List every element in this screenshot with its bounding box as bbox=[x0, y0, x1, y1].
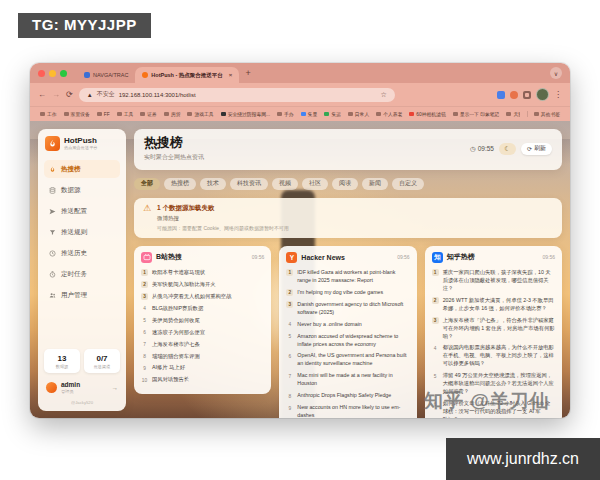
sidebar-item-label: 数据源 bbox=[61, 186, 81, 195]
hot-item[interactable]: 3Danish government agency to ditch Micro… bbox=[286, 301, 409, 317]
bookmark-item[interactable]: 家里设备 bbox=[64, 111, 90, 117]
other-bookmarks[interactable]: 其他书签 bbox=[527, 111, 560, 117]
hot-item[interactable]: 2美军快艇闯入加勒比海开火 bbox=[141, 281, 264, 289]
folder-icon bbox=[376, 112, 381, 116]
hot-card-2: YHacker News09:561IDF killed Gaza aid wo… bbox=[279, 246, 416, 418]
sidebar-item-4[interactable]: 推送规则 bbox=[44, 223, 120, 241]
hot-item[interactable]: 9New accounts on HN more likely to use e… bbox=[286, 404, 409, 418]
logout-icon[interactable]: → bbox=[112, 384, 119, 391]
hot-item[interactable]: 2I'm helping my dog vibe code games bbox=[286, 289, 409, 297]
bookmark-item[interactable]: 游戏工具 bbox=[187, 111, 213, 117]
bookmark-item[interactable]: 手办 bbox=[277, 111, 294, 117]
filter-tab-4[interactable]: 科技资讯 bbox=[230, 178, 268, 190]
back-button[interactable]: ← bbox=[38, 91, 46, 99]
user-name: admin bbox=[61, 381, 80, 389]
hot-item[interactable]: 7上海发布楼市沪七条 bbox=[141, 341, 264, 349]
filter-tab-5[interactable]: 视频 bbox=[272, 178, 298, 190]
browser-menu-icon[interactable]: ⋮ bbox=[554, 90, 562, 99]
hot-item-title: 国风对话预告长 bbox=[152, 376, 189, 384]
bookmark-item[interactable]: 安全绕过防报毒网... bbox=[221, 111, 270, 117]
bookmark-item[interactable]: 日常人 bbox=[348, 111, 369, 117]
bookmark-item[interactable]: 个人养老 bbox=[376, 111, 402, 117]
filter-tab-7[interactable]: 阅读 bbox=[332, 178, 358, 190]
hot-item[interactable]: 10国风对话预告长 bbox=[141, 376, 264, 384]
filter-tab-3[interactable]: 技术 bbox=[200, 178, 226, 190]
close-window-button[interactable] bbox=[38, 70, 45, 77]
extensions-puzzle-icon[interactable] bbox=[523, 91, 531, 99]
filter-tab-9[interactable]: 自定义 bbox=[392, 178, 424, 190]
hot-item-title: 上海发布楼市沪七条 bbox=[152, 341, 200, 349]
bookmark-label: 房贷 bbox=[171, 111, 181, 117]
hot-item[interactable]: 8瑞瑞的猫合资车评测 bbox=[141, 353, 264, 361]
hot-item[interactable]: 22026 WTT 新加坡大满贯，何卓佳 2-3 不敌早田希娜，止步女单 16 … bbox=[432, 297, 555, 313]
sidebar-item-2[interactable]: 数据源 bbox=[44, 181, 120, 199]
sidebar-item-7[interactable]: 用户管理 bbox=[44, 286, 120, 304]
hot-item[interactable]: 1重庆一家四口爬山失联，孩子深夜失踪，10 天后遗体在山顶隐蔽处被发现，哪些信息… bbox=[432, 269, 555, 293]
hot-item[interactable]: 4BLG战胜NIP赛后数据 bbox=[141, 305, 264, 313]
forward-button[interactable]: → bbox=[52, 91, 60, 99]
bookmark-item[interactable]: 证券 bbox=[140, 111, 157, 117]
hot-card-header: 知知乎热榜09:56 bbox=[432, 252, 555, 263]
bookmark-item[interactable]: 天猫精灵 bbox=[506, 111, 519, 117]
reload-button[interactable]: ⟳ bbox=[66, 91, 73, 99]
refresh-button[interactable]: ⟳ 刷新 bbox=[521, 143, 552, 155]
hot-item[interactable]: 5美伊局势会如何收尾 bbox=[141, 317, 264, 325]
sidebar-item-1[interactable]: 热搜榜 bbox=[44, 160, 120, 178]
flame-icon bbox=[45, 136, 60, 151]
window-controls bbox=[38, 63, 67, 83]
bookmark-item[interactable]: 房贷 bbox=[164, 111, 181, 117]
tab-search-button[interactable]: ∨ bbox=[550, 67, 562, 79]
hot-item[interactable]: 6速冻饺子为何那么便宜 bbox=[141, 329, 264, 337]
hot-item[interactable]: 9AI修片 马上好 bbox=[141, 364, 264, 372]
security-label[interactable]: 不安全 bbox=[97, 90, 115, 99]
sidebar-item-6[interactable]: 定时任务 bbox=[44, 265, 120, 283]
bookmark-item[interactable]: FF bbox=[97, 112, 110, 117]
bookmark-item[interactable]: 工作 bbox=[40, 111, 57, 117]
hot-item-title: 瑞瑞的猫合资车评测 bbox=[152, 353, 200, 361]
hot-item[interactable]: 3从俄乌冲突看无人机如何重构空战 bbox=[141, 293, 264, 301]
sidebar-item-5[interactable]: 推送历史 bbox=[44, 244, 120, 262]
hot-item[interactable]: 8Anthropic Drops Flagship Safety Pledge bbox=[286, 392, 409, 400]
hot-item-title: 美伊局势会如何收尾 bbox=[152, 317, 200, 325]
folder-icon bbox=[534, 112, 539, 116]
filter-tab-8[interactable]: 新闻 bbox=[362, 178, 388, 190]
close-tab-icon[interactable]: × bbox=[229, 72, 233, 78]
hot-item[interactable]: 4都说国内电影票房越来越高，为什么不开放电影在手机、电视、电脑、平板上同步上映了… bbox=[432, 344, 555, 368]
stat-label: 推送渠道 bbox=[84, 364, 120, 369]
bookmark-item[interactable]: 60种相机滤镜 bbox=[409, 111, 445, 117]
filter-tab-2[interactable]: 热搜榜 bbox=[164, 178, 196, 190]
minimize-window-button[interactable] bbox=[49, 70, 56, 77]
new-tab-button[interactable]: + bbox=[245, 63, 250, 83]
hot-item[interactable]: 5Amazon accused of widespread scheme to … bbox=[286, 333, 409, 349]
grid-icon bbox=[301, 112, 306, 116]
browser-tab-2-active[interactable]: HotPush - 热点聚合推送平台 × bbox=[135, 67, 239, 83]
extension-icon[interactable] bbox=[497, 91, 505, 99]
sidebar-item-3[interactable]: 推送配置 bbox=[44, 202, 120, 220]
sidebar-item-label: 用户管理 bbox=[61, 291, 87, 300]
folder-icon bbox=[164, 112, 169, 116]
extension-icon[interactable] bbox=[510, 91, 518, 99]
filter-tab-1[interactable]: 全部 bbox=[134, 178, 160, 190]
sidebar-footer: @Jacky520 bbox=[44, 400, 120, 406]
bookmark-item[interactable]: 集显 bbox=[301, 111, 318, 117]
hot-item[interactable]: 1欧阳本尊卡遭塞马现状 bbox=[141, 269, 264, 277]
user-card[interactable]: admin 管理员 → bbox=[44, 380, 120, 400]
hot-item[interactable]: 7Mac mini will be made at a new facility… bbox=[286, 372, 409, 388]
hot-item[interactable]: 6OpenAI, the US government and Persona b… bbox=[286, 352, 409, 368]
dark-mode-toggle[interactable]: ☾ bbox=[499, 143, 516, 155]
bookmark-item[interactable]: 集运 bbox=[324, 111, 341, 117]
filter-tab-6[interactable]: 社区 bbox=[302, 178, 328, 190]
bookmark-star-icon[interactable]: ☆ bbox=[380, 91, 386, 99]
address-bar[interactable]: ▲ 不安全 192.168.100.114:3001/hotlist ☆ bbox=[79, 88, 395, 102]
hot-item[interactable]: 3上海发布楼市「沪七条」，符合条件非沪籍家庭可在外环内增购 1 套住房，对房地产… bbox=[432, 317, 555, 341]
folder-icon bbox=[117, 112, 122, 116]
maximize-window-button[interactable] bbox=[60, 70, 67, 77]
hot-item[interactable]: 1IDF killed Gaza aid workers at point-bl… bbox=[286, 269, 409, 285]
browser-tab-1[interactable]: NAVGA/TRAC bbox=[77, 67, 135, 83]
bookmark-item[interactable]: 工具 bbox=[117, 111, 134, 117]
category-tabs: 全部热搜榜技术科技资讯视频社区阅读新闻自定义 bbox=[134, 178, 562, 190]
stat-label: 数据源 bbox=[44, 364, 80, 369]
hot-item[interactable]: 4Never buy a .online domain bbox=[286, 321, 409, 329]
profile-avatar[interactable] bbox=[536, 88, 549, 101]
bookmark-item[interactable]: 显示一下 印象笔记 bbox=[453, 111, 500, 117]
